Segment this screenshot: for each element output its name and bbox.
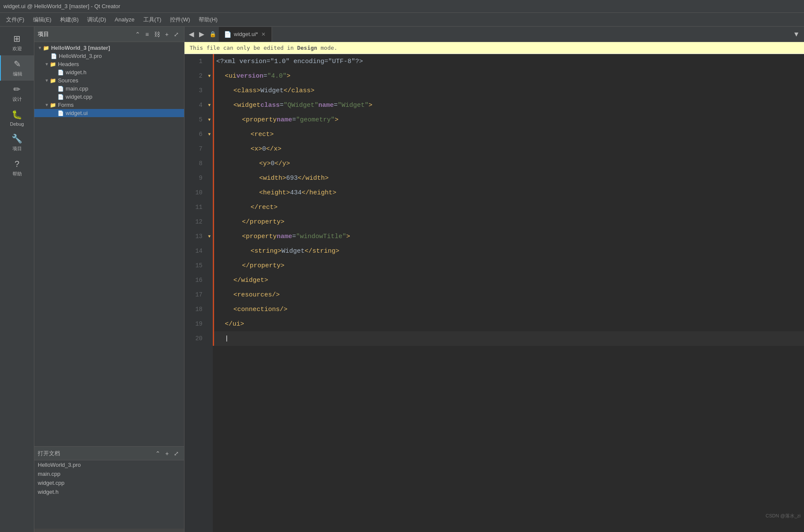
open-docs-scrollbar[interactable] xyxy=(34,529,184,532)
file-icon: 📄 xyxy=(57,70,64,76)
sidebar-item-设计[interactable]: ✏设计 xyxy=(0,81,34,106)
folder-icon: 📁 xyxy=(50,102,56,108)
open-docs-add-btn[interactable]: + xyxy=(163,449,170,458)
tab-next-btn[interactable]: ▶ xyxy=(196,28,207,40)
code-line: </widget> xyxy=(213,273,804,287)
open-docs-expand-btn[interactable]: ⤢ xyxy=(172,449,181,458)
open-doc-item[interactable]: HelloWorld_3.pro xyxy=(34,460,184,469)
project-expand-btn[interactable]: ⤢ xyxy=(172,30,181,39)
icon-sidebar: ⊞欢迎✎编辑✏设计🐛Debug🔧项目?帮助 xyxy=(0,27,34,532)
tab-lock-btn[interactable]: 🔒 xyxy=(207,29,219,39)
sidebar-icon-grid: ⊞ xyxy=(12,33,22,44)
fold-cell xyxy=(206,200,213,215)
tree-label: widget.ui xyxy=(66,110,88,116)
code-token: <property xyxy=(242,233,277,240)
line-number: 6 xyxy=(184,127,206,142)
tab-dropdown-btn[interactable]: ▼ xyxy=(790,29,802,40)
folder-icon: 📁 xyxy=(50,78,56,84)
menu-item[interactable]: 工具(T) xyxy=(139,14,166,25)
project-panel: 项目 ⌃ ≡ ⛓ + ⤢ ▼📁HelloWorld_3 [master]📄Hel… xyxy=(34,27,184,532)
fold-cell[interactable]: ▼ xyxy=(206,112,213,127)
tree-item[interactable]: 📄widget.ui xyxy=(34,109,184,117)
tab-prev-btn[interactable]: ◀ xyxy=(186,28,196,40)
project-link-btn[interactable]: ⛓ xyxy=(152,30,162,39)
tree-arrow: ▼ xyxy=(45,103,49,107)
code-line: | xyxy=(213,331,804,346)
line-number: 14 xyxy=(184,244,206,258)
project-header: 项目 ⌃ ≡ ⛓ + ⤢ xyxy=(34,27,184,42)
code-line: <connections/> xyxy=(213,302,804,317)
code-editor[interactable]: 1234567891011121314151617181920 ▼▼▼▼▼ <?… xyxy=(184,54,804,532)
tree-item[interactable]: ▼📁Sources xyxy=(34,76,184,85)
menu-item[interactable]: Analyze xyxy=(110,15,139,24)
sidebar-item-欢迎[interactable]: ⊞欢迎 xyxy=(0,30,34,55)
open-doc-item[interactable]: widget.cpp xyxy=(34,478,184,487)
open-doc-item[interactable]: main.cpp xyxy=(34,469,184,478)
sidebar-item-项目[interactable]: 🔧项目 xyxy=(0,130,34,155)
info-bar: This file can only be edited in Design m… xyxy=(184,42,804,54)
folder-icon: 📁 xyxy=(50,61,56,67)
menu-item[interactable]: 编辑(E) xyxy=(29,14,56,25)
code-token: <y> xyxy=(259,160,271,167)
code-token: > xyxy=(335,116,339,124)
sidebar-item-帮助[interactable]: ?帮助 xyxy=(0,155,34,181)
menu-item[interactable]: 控件(W) xyxy=(166,14,194,25)
code-token: <property xyxy=(242,116,277,124)
fold-cell xyxy=(206,317,213,331)
editor-area: ◀ ▶ 🔒 📄 widget.ui* ✕ ▼ This file can onl… xyxy=(184,27,804,532)
code-content[interactable]: <?xml version="1.0" encoding="UTF-8"?><u… xyxy=(213,54,804,532)
fold-cell[interactable]: ▼ xyxy=(206,98,213,112)
project-header-actions: ⌃ ≡ ⛓ + ⤢ xyxy=(133,30,181,39)
red-border xyxy=(213,258,214,273)
open-doc-item[interactable]: widget.h xyxy=(34,487,184,496)
tree-item[interactable]: 📄widget.cpp xyxy=(34,93,184,101)
red-border xyxy=(213,127,214,142)
code-line: <rect> xyxy=(213,127,804,142)
tab-widget-ui[interactable]: 📄 widget.ui* ✕ xyxy=(219,27,272,42)
fold-icon[interactable]: ▼ xyxy=(208,234,211,239)
menu-item[interactable]: 帮助(H) xyxy=(194,14,222,25)
menu-item[interactable]: 构建(B) xyxy=(56,14,83,25)
file-icon: 📄 xyxy=(57,94,64,100)
fold-cell xyxy=(206,156,213,171)
sidebar-item-编辑[interactable]: ✎编辑 xyxy=(0,55,34,81)
code-token: </property> xyxy=(242,218,284,226)
tree-arrow: ▼ xyxy=(38,45,42,50)
fold-icon[interactable]: ▼ xyxy=(208,103,211,108)
sidebar-icon-debug: 🐛 xyxy=(12,109,22,120)
code-token: <width> xyxy=(259,175,286,182)
titlebar: widget.ui @ HelloWorld_3 [master] - Qt C… xyxy=(0,0,804,13)
menu-item[interactable]: 调试(D) xyxy=(83,14,110,25)
tree-item[interactable]: 📄main.cpp xyxy=(34,85,184,93)
tree-item[interactable]: 📄widget.h xyxy=(34,68,184,76)
code-token: = xyxy=(263,73,267,80)
tab-close-btn[interactable]: ✕ xyxy=(260,30,266,38)
sidebar-item-Debug[interactable]: 🐛Debug xyxy=(0,106,34,130)
tree-item[interactable]: ▼📁Forms xyxy=(34,101,184,109)
fold-cell[interactable]: ▼ xyxy=(206,127,213,142)
tree-item[interactable]: 📄HelloWorld_3.pro xyxy=(34,52,184,60)
project-sort-btn[interactable]: ⌃ xyxy=(133,30,142,39)
fold-cell xyxy=(206,244,213,258)
tree-label: widget.h xyxy=(66,69,86,76)
fold-icon[interactable]: ▼ xyxy=(208,74,211,79)
fold-cell[interactable]: ▼ xyxy=(206,69,213,83)
code-token: <rect> xyxy=(251,131,274,138)
line-number: 9 xyxy=(184,171,206,185)
project-filter-btn[interactable]: ≡ xyxy=(144,30,151,39)
code-token: 0 xyxy=(262,145,266,153)
sidebar-icon-help: ? xyxy=(12,159,22,169)
code-token: </rect> xyxy=(251,204,278,211)
tree-item[interactable]: ▼📁HelloWorld_3 [master] xyxy=(34,44,184,52)
open-docs-sort-btn[interactable]: ⌃ xyxy=(154,449,162,458)
fold-icon[interactable]: ▼ xyxy=(208,132,211,137)
code-token: 693 xyxy=(286,175,298,182)
project-add-btn[interactable]: + xyxy=(163,30,170,39)
code-token: Widget xyxy=(260,87,284,94)
fold-cell[interactable]: ▼ xyxy=(206,229,213,244)
code-token: = xyxy=(292,116,296,124)
menu-item[interactable]: 文件(F) xyxy=(2,14,29,25)
tree-item[interactable]: ▼📁Headers xyxy=(34,60,184,68)
fold-icon[interactable]: ▼ xyxy=(208,118,211,122)
line-number: 20 xyxy=(184,331,206,346)
